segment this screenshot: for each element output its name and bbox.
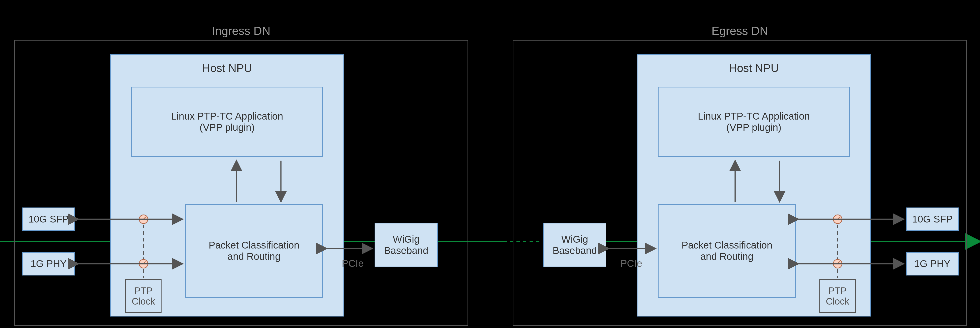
pcie-label-left: PCIe <box>342 258 364 269</box>
wigig-line2-right: Baseband <box>552 245 597 256</box>
pcr-box-left: Packet Classification and Routing <box>185 204 323 298</box>
one-g-right: 1G PHY <box>906 252 959 275</box>
wigig-box-left: WiGig Baseband <box>375 223 438 267</box>
host-npu-title-right: Host NPU <box>729 62 779 75</box>
ptp-clock-left: PTP Clock <box>125 279 162 313</box>
ten-g-label-left: 10G SFP <box>28 214 69 225</box>
ptp-line1-left: PTP <box>134 286 153 296</box>
ptp-clock-right: PTP Clock <box>819 279 856 313</box>
app-line2-left: (VPP plugin) <box>199 122 255 133</box>
clock-dot-left-bot <box>139 259 148 269</box>
one-g-label-left: 1G PHY <box>30 258 67 269</box>
ptp-line2-right: Clock <box>826 296 849 307</box>
wigig-line2-left: Baseband <box>384 245 428 256</box>
ten-g-left: 10G SFP <box>22 208 75 231</box>
pcr-line1-right: Packet Classification <box>681 240 772 251</box>
wigig-line1-left: WiGig <box>393 234 420 245</box>
ingress-title: Ingress DN <box>212 24 270 38</box>
ptp-line1-right: PTP <box>829 286 847 296</box>
clock-dot-left-top <box>139 214 148 224</box>
pcr-line2-left: and Routing <box>228 251 281 262</box>
app-box-right: Linux PTP-TC Application (VPP plugin) <box>658 87 850 157</box>
app-line1-right: Linux PTP-TC Application <box>698 110 810 122</box>
app-line2-right: (VPP plugin) <box>726 122 781 133</box>
pcr-line2-right: and Routing <box>700 251 754 262</box>
ptp-line2-left: Clock <box>132 296 155 307</box>
ten-g-label-right: 10G SFP <box>912 214 953 225</box>
clock-dot-right-bot <box>833 259 842 269</box>
clock-dot-right-top <box>833 214 842 224</box>
app-box-left: Linux PTP-TC Application (VPP plugin) <box>131 87 323 157</box>
pcr-line1-left: Packet Classification <box>208 240 299 251</box>
host-npu-title-left: Host NPU <box>202 62 252 75</box>
pcr-box-right: Packet Classification and Routing <box>658 204 796 298</box>
pcie-label-right: PCIe <box>620 258 642 269</box>
one-g-left: 1G PHY <box>22 252 75 275</box>
egress-title: Egress DN <box>711 24 768 38</box>
wigig-line1-right: WiGig <box>562 234 588 245</box>
ten-g-right: 10G SFP <box>906 208 959 231</box>
app-line1-left: Linux PTP-TC Application <box>171 110 283 122</box>
one-g-label-right: 1G PHY <box>914 258 950 269</box>
wigig-box-right: WiGig Baseband <box>543 223 606 267</box>
